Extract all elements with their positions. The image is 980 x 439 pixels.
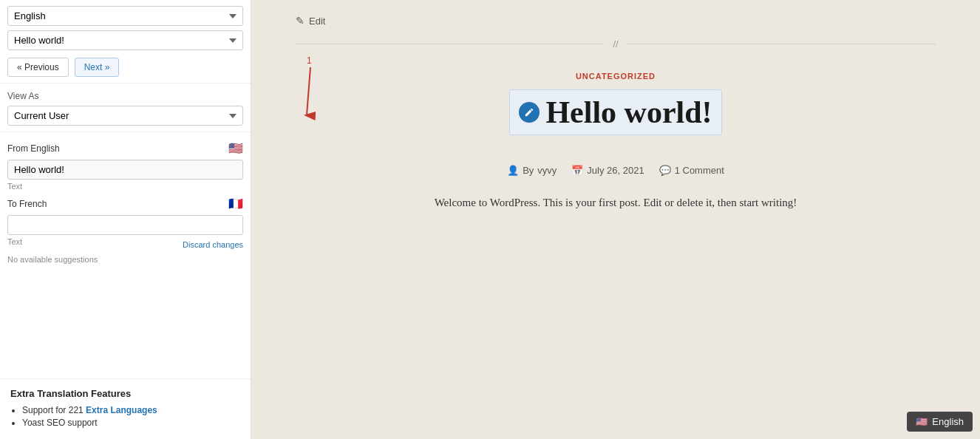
to-lang-label: To French bbox=[7, 199, 47, 209]
main-content: ✎ Edit // UNCATEGORIZED Hello world! res… bbox=[251, 0, 980, 439]
post-meta: 👤 By vyvy 📅 July 26, 2021 💬 1 Comment bbox=[296, 165, 936, 176]
edit-bar: ✎ Edit bbox=[296, 15, 936, 27]
divider-line: // bbox=[296, 38, 936, 50]
language-select[interactable]: English French Spanish bbox=[7, 6, 243, 26]
extra-feature-text-2: Yoast SEO support bbox=[22, 418, 98, 428]
divider-text: // bbox=[613, 38, 618, 50]
post-date: July 26, 2021 bbox=[587, 165, 644, 176]
comment-icon: 💬 bbox=[659, 165, 671, 176]
edit-label[interactable]: Edit bbox=[309, 16, 325, 27]
post-title-wrapper: Hello world! bbox=[509, 89, 721, 135]
post-area: UNCATEGORIZED Hello world! result 1 bbox=[296, 72, 936, 213]
sidebar: English French Spanish Hello world! Samp… bbox=[0, 0, 251, 439]
author-icon: 👤 bbox=[507, 165, 519, 176]
nav-buttons: « Previous Next » bbox=[7, 58, 243, 77]
extra-feature-highlight-1: Extra Languages bbox=[86, 405, 157, 415]
to-field-type: Text bbox=[7, 237, 22, 246]
author-prefix: By bbox=[523, 165, 534, 176]
view-as-section: View As Current User Visitor bbox=[0, 84, 251, 132]
to-field-footer: Text Discard changes bbox=[7, 237, 243, 252]
discard-link[interactable]: Discard changes bbox=[183, 240, 243, 249]
badge-label: English bbox=[932, 416, 964, 427]
extra-feature-item-2: Yoast SEO support bbox=[22, 418, 240, 428]
annotation-arrow: result 1 bbox=[251, 45, 443, 163]
date-icon: 📅 bbox=[571, 165, 583, 176]
badge-flag: 🇺🇸 bbox=[916, 416, 928, 427]
post-select[interactable]: Hello world! Sample Page bbox=[7, 30, 243, 50]
author-name: vyvy bbox=[537, 165, 557, 176]
extra-features-title: Extra Translation Features bbox=[10, 388, 240, 399]
to-text-field[interactable] bbox=[7, 215, 243, 235]
post-title-area: Hello world! result 1 bbox=[296, 89, 936, 150]
next-button[interactable]: Next » bbox=[75, 58, 120, 77]
view-as-label: View As bbox=[7, 91, 243, 101]
from-lang-label: From English bbox=[7, 143, 60, 154]
meta-date: 📅 July 26, 2021 bbox=[571, 165, 644, 176]
post-body: Welcome to WordPress. This is your first… bbox=[394, 194, 837, 213]
comment-count: 1 Comment bbox=[675, 165, 724, 176]
svg-text:1: 1 bbox=[307, 55, 312, 66]
edit-pencil-button[interactable] bbox=[519, 102, 540, 123]
post-category: UNCATEGORIZED bbox=[296, 72, 936, 81]
to-lang-flag: 🇫🇷 bbox=[228, 197, 243, 211]
view-as-select[interactable]: Current User Visitor bbox=[7, 106, 243, 126]
extra-feature-item-1: Support for 221 Extra Languages bbox=[22, 405, 240, 415]
from-lang-flag: 🇺🇸 bbox=[228, 141, 243, 155]
extra-feature-text-1: Support for 221 bbox=[22, 405, 86, 415]
from-text-field[interactable] bbox=[7, 160, 243, 180]
extra-features-section: Extra Translation Features Support for 2… bbox=[0, 378, 251, 439]
prev-button[interactable]: « Previous bbox=[7, 58, 69, 77]
to-lang-row: To French 🇫🇷 bbox=[7, 197, 243, 211]
post-title-text: Hello world! bbox=[545, 95, 712, 130]
from-field-type: Text bbox=[7, 182, 243, 191]
meta-comment: 💬 1 Comment bbox=[659, 165, 724, 176]
extra-features-list: Support for 221 Extra Languages Yoast SE… bbox=[10, 405, 240, 428]
sidebar-top-section: English French Spanish Hello world! Samp… bbox=[0, 0, 251, 84]
no-suggestions-text: No available suggestions bbox=[7, 255, 243, 264]
english-badge[interactable]: 🇺🇸 English bbox=[907, 412, 973, 432]
meta-author: 👤 By vyvy bbox=[507, 165, 557, 176]
translation-section: From English 🇺🇸 Text To French 🇫🇷 Text D… bbox=[0, 132, 251, 378]
edit-icon: ✎ bbox=[296, 15, 304, 27]
from-lang-row: From English 🇺🇸 bbox=[7, 141, 243, 155]
